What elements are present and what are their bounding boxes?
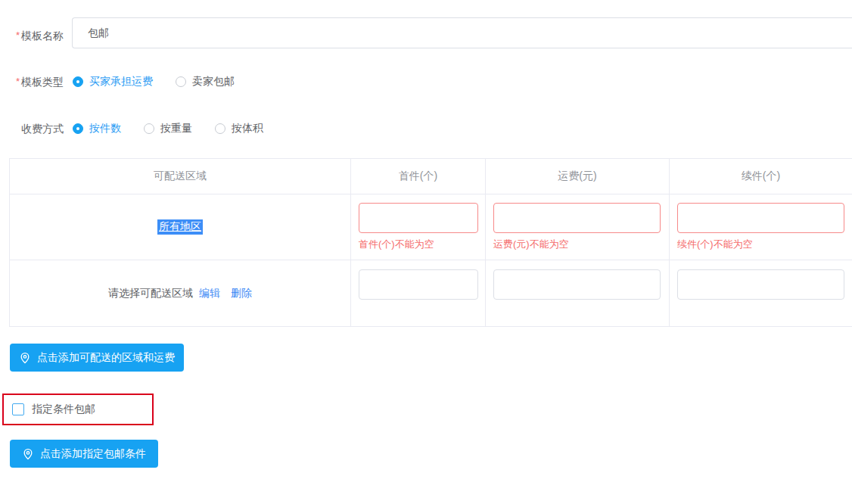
additional-piece-input-row2[interactable]	[677, 269, 844, 300]
radio-by-volume[interactable]: 按体积	[215, 122, 263, 135]
table-row-2-region-cell: 请选择可配送区域 编辑 删除	[10, 260, 351, 326]
radio-unselected-icon	[215, 123, 225, 134]
shipping-fee-error: 运费(元)不能为空	[493, 238, 669, 250]
table-row-2-first-piece-cell	[351, 260, 486, 326]
additional-piece-error: 续件(个)不能为空	[677, 238, 852, 250]
radio-selected-icon	[73, 76, 83, 87]
radio-by-weight[interactable]: 按重量	[144, 122, 192, 135]
first-piece-error: 首件(个)不能为空	[359, 238, 485, 250]
header-shipping-fee: 运费(元)	[486, 159, 670, 194]
table-row-1-first-piece-cell: 首件(个)不能为空	[351, 194, 486, 260]
shipping-fee-input-row2[interactable]	[493, 269, 661, 300]
template-name-label: *模板名称	[0, 28, 64, 43]
add-region-button[interactable]: 点击添加可配送的区域和运费	[10, 344, 184, 372]
template-type-radio-group: 买家承担运费 卖家包邮	[73, 71, 257, 92]
header-deliverable-region: 可配送区域	[10, 159, 351, 194]
all-regions-link[interactable]: 所有地区	[157, 219, 203, 235]
shipping-template-form: *模板名称 *模板类型 买家承担运费 卖家包邮 收费方式 按件数 按重量 按体积	[0, 0, 852, 504]
additional-piece-input-row1[interactable]	[677, 203, 844, 233]
charge-method-label: 收费方式	[0, 121, 64, 136]
conditional-free-shipping-checkbox[interactable]	[12, 403, 24, 415]
location-pin-icon	[22, 448, 34, 460]
table-row-2-fee-cell	[486, 260, 670, 326]
charge-method-radio-group: 按件数 按重量 按体积	[73, 118, 286, 139]
select-region-text: 请选择可配送区域	[108, 287, 193, 300]
add-condition-button[interactable]: 点击添加指定包邮条件	[10, 440, 158, 468]
edit-region-link[interactable]: 编辑	[199, 287, 220, 300]
required-asterisk: *	[16, 30, 20, 41]
radio-by-piece[interactable]: 按件数	[73, 122, 121, 135]
table-row-2-additional-cell	[670, 260, 852, 326]
table-row-1-fee-cell: 运费(元)不能为空	[486, 194, 670, 260]
delete-region-link[interactable]: 删除	[231, 287, 252, 300]
shipping-fee-input-row1[interactable]	[493, 203, 661, 233]
radio-buyer-pays-shipping[interactable]: 买家承担运费	[73, 75, 153, 89]
first-piece-input-row2[interactable]	[359, 269, 478, 300]
header-additional-piece: 续件(个)	[670, 159, 852, 194]
radio-seller-free-shipping[interactable]: 卖家包邮	[176, 75, 235, 89]
table-row-1-additional-cell: 续件(个)不能为空	[670, 194, 852, 260]
header-first-piece: 首件(个)	[351, 159, 486, 194]
conditional-free-shipping-box: 指定条件包邮	[2, 394, 154, 425]
shipping-fee-table: 可配送区域 首件(个) 运费(元) 续件(个) 所有地区 首件(个)不能为空 运…	[9, 158, 852, 327]
conditional-free-shipping-label: 指定条件包邮	[32, 403, 95, 416]
radio-unselected-icon	[176, 76, 186, 87]
template-type-label: *模板类型	[0, 74, 64, 89]
required-asterisk: *	[16, 76, 20, 87]
radio-selected-icon	[73, 123, 83, 134]
first-piece-input-row1[interactable]	[359, 203, 478, 233]
table-row-1-region-cell: 所有地区	[10, 194, 351, 260]
location-pin-icon	[19, 352, 31, 364]
template-name-input[interactable]	[72, 17, 852, 48]
radio-unselected-icon	[144, 123, 154, 134]
